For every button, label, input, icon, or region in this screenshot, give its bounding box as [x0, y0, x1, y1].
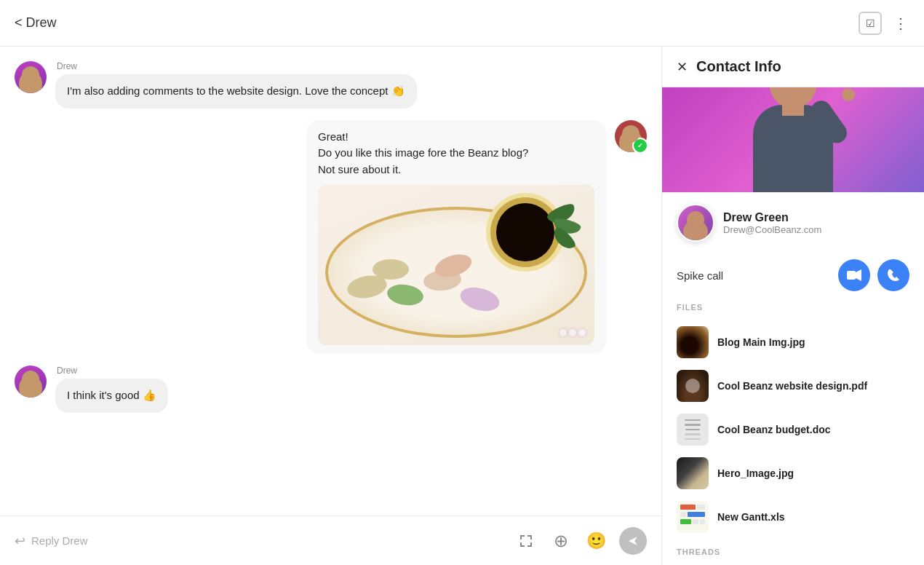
contact-hero	[662, 87, 924, 192]
header-left: < Drew	[15, 15, 859, 31]
messages-container: Drew I'm also adding comments to the web…	[0, 47, 661, 515]
threads-section-label: THREADS	[677, 548, 909, 556]
expand-button[interactable]	[514, 529, 538, 553]
check-icon: ☑	[866, 17, 875, 29]
message-row: Drew I'm also adding comments to the web…	[15, 61, 647, 108]
file-name: Hero_Image.jpg	[717, 467, 794, 479]
more-options-button[interactable]: ⋮	[893, 15, 909, 32]
message-row-drew2: Drew I think it's good 👍	[15, 366, 647, 413]
contact-info-title: Contact Info	[696, 58, 781, 75]
spike-call-section: Spike call	[662, 253, 924, 303]
close-contact-button[interactable]: ✕	[677, 59, 688, 75]
reply-placeholder[interactable]: Reply Drew	[31, 534, 88, 547]
threads-section: THREADS	[662, 539, 924, 565]
emoji-button[interactable]: 🙂	[584, 529, 608, 553]
contact-email: Drew@CoolBeanz.com	[723, 224, 909, 235]
send-button[interactable]	[619, 527, 647, 555]
file-thumbnail	[677, 326, 709, 358]
main-layout: Drew I'm also adding comments to the web…	[0, 47, 924, 565]
avatar-drew2	[15, 366, 47, 398]
phone-call-button[interactable]	[877, 259, 909, 291]
message-bubble: I'm also adding comments to the website …	[55, 74, 417, 108]
call-buttons	[838, 259, 909, 291]
file-name: Cool Beanz budget.doc	[717, 424, 831, 435]
add-button[interactable]: ⊕	[549, 529, 573, 553]
video-call-button[interactable]	[838, 259, 870, 291]
back-button[interactable]: < Drew	[15, 15, 57, 31]
file-thumbnail	[677, 414, 709, 446]
file-item[interactable]: Blog Main Img.jpg	[677, 320, 909, 364]
input-actions: ⊕ 🙂	[514, 527, 647, 555]
message-row-sent: Great!Do you like this image fore the Be…	[15, 120, 647, 355]
file-name: Blog Main Img.jpg	[717, 336, 805, 348]
files-section: FILES Blog Main Img.jpg Cool Beanz websi…	[662, 303, 924, 539]
file-name: Cool Beanz website design.pdf	[717, 380, 867, 392]
chat-area: Drew I'm also adding comments to the web…	[0, 47, 662, 565]
file-item[interactable]: Cool Beanz website design.pdf	[677, 364, 909, 408]
spike-call-label: Spike call	[677, 269, 723, 282]
bubble-content-sent: Great!Do you like this image fore the Be…	[306, 120, 606, 355]
contact-info-card: Drew Green Drew@CoolBeanz.com	[662, 192, 924, 253]
file-name: New Gantt.xls	[717, 511, 785, 523]
file-item[interactable]: Cool Beanz budget.doc	[677, 408, 909, 451]
file-thumbnail	[677, 501, 709, 533]
files-section-label: FILES	[677, 303, 909, 312]
reply-icon: ↩	[15, 533, 25, 549]
header: < Drew ☑ ⋮	[0, 0, 924, 47]
svg-marker-1	[856, 269, 861, 281]
contact-name: Drew Green	[723, 211, 909, 224]
sent-avatar-wrapper	[615, 120, 647, 152]
contact-header: ✕ Contact Info	[662, 47, 924, 87]
contact-avatar	[677, 204, 714, 242]
message-text: Great!Do you like this image fore the Be…	[318, 129, 594, 178]
check-button[interactable]: ☑	[859, 12, 882, 35]
contact-panel: ✕ Contact Info	[662, 47, 924, 565]
attached-image[interactable]	[318, 185, 594, 345]
file-item[interactable]: New Gantt.xls	[677, 495, 909, 539]
file-thumbnail	[677, 457, 709, 489]
bubble-content: Drew I'm also adding comments to the web…	[55, 61, 417, 108]
contact-name-block: Drew Green Drew@CoolBeanz.com	[723, 211, 909, 235]
chat-input-area: ↩ Reply Drew ⊕ 🙂	[0, 515, 661, 565]
reply-indicator: ↩ Reply Drew	[15, 533, 88, 549]
svg-rect-0	[847, 271, 856, 280]
file-item[interactable]: Hero_Image.jpg	[677, 451, 909, 495]
message-sender: Drew	[55, 61, 417, 71]
message-bubble-with-image: Great!Do you like this image fore the Be…	[306, 120, 606, 355]
message-sender-2: Drew	[55, 366, 168, 376]
message-bubble-2: I think it's good 👍	[55, 379, 168, 413]
avatar	[15, 61, 47, 93]
bubble-content-drew2: Drew I think it's good 👍	[55, 366, 168, 413]
header-actions: ☑ ⋮	[859, 12, 909, 35]
file-thumbnail	[677, 370, 709, 402]
